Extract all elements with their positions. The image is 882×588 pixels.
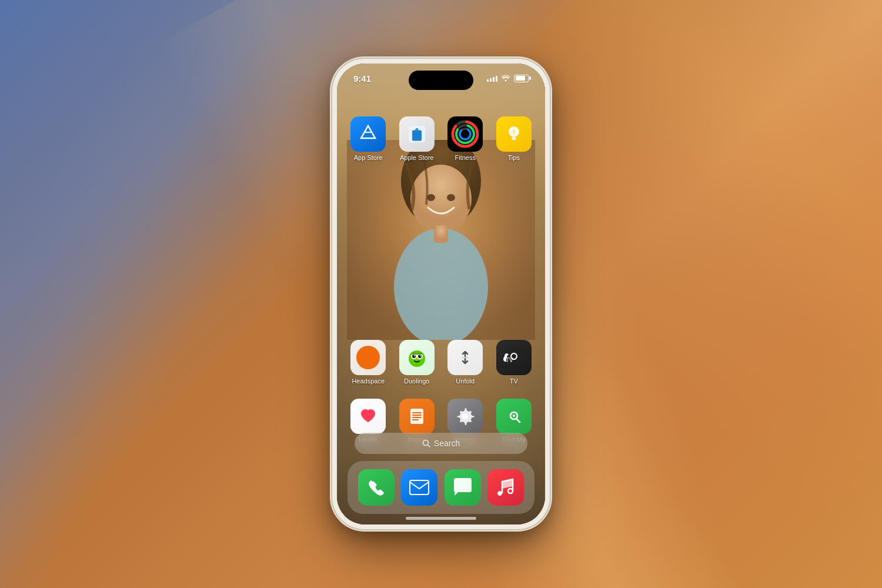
dock-item-music[interactable] [485,469,528,506]
svg-rect-39 [410,480,429,495]
app-label-applestore: Apple Store [400,154,433,161]
app-icon-appstore [350,116,386,152]
dock-icon-mail [401,469,437,506]
battery-fill [516,76,525,81]
svg-rect-6 [434,225,448,243]
wifi-icon [501,74,510,83]
svg-rect-17 [512,139,516,140]
dock-icon-phone [358,469,395,506]
app-icon-findmy [496,399,532,434]
app-icon-appletv: TV [496,340,532,375]
svg-text:TV: TV [506,357,513,363]
app-item-duolingo[interactable]: Duolingo [396,340,438,385]
signal-bar-3 [493,77,495,82]
app-label-tips: Tips [508,154,520,161]
svg-rect-29 [410,409,423,424]
signal-bar-4 [496,76,497,82]
dock [348,461,534,514]
dock-item-phone[interactable] [355,469,398,506]
dock-item-mail[interactable] [398,469,442,506]
phone-frame: 9:41 [332,59,550,529]
app-item-appstore[interactable]: App Store [348,116,389,161]
svg-point-23 [412,355,416,358]
phone-screen: 9:41 [337,64,545,524]
app-label-unfold: Unfold [456,377,475,385]
app-item-fitness[interactable]: Fitness [445,116,486,161]
svg-point-36 [513,415,515,417]
app-item-applestore[interactable]: Apple Store [396,116,438,161]
app-icon-headspace [350,340,386,375]
app-icon-unfold [447,340,483,375]
search-bar[interactable]: Search [355,433,527,454]
svg-point-4 [447,194,455,201]
app-icon-tips [496,116,532,152]
top-app-grid: App Store Apple Store [337,116,545,161]
dock-item-messages[interactable] [441,469,485,506]
svg-point-24 [418,355,422,358]
svg-rect-16 [512,137,516,139]
app-icon-fitness [447,116,483,152]
dynamic-island [409,71,473,90]
app-label-duolingo: Duolingo [404,377,429,385]
signal-bar-1 [487,79,489,82]
app-icon-applestore [399,116,435,152]
signal-bar-2 [490,78,492,82]
app-icon-duolingo [399,340,435,375]
app-icon-settings [447,399,483,434]
person-silhouette [347,140,535,340]
app-label-appletv: TV [510,377,518,385]
app-label-appstore: App Store [354,154,383,161]
status-time: 9:41 [353,74,371,83]
search-icon [422,439,430,447]
search-label: Search [434,439,460,448]
middle-app-grid: Headspace [337,340,545,385]
svg-point-25 [414,355,415,356]
svg-line-38 [427,445,430,447]
svg-point-2 [410,165,472,233]
home-indicator [406,517,476,520]
app-item-appletv[interactable]: TV TV [493,340,535,385]
dock-icon-messages [445,469,481,506]
svg-point-26 [420,355,421,356]
battery-icon [514,75,529,82]
status-icons [487,74,529,83]
svg-point-14 [460,129,470,139]
app-icon-pages [399,399,435,434]
app-item-unfold[interactable]: Unfold [445,340,486,385]
phone-container: 9:41 [332,59,550,529]
dock-icon-music [487,469,524,506]
app-label-headspace: Headspace [352,377,385,385]
app-item-tips[interactable]: Tips [493,116,535,161]
signal-icon [487,75,497,82]
app-label-fitness: Fitness [455,154,476,161]
app-icon-health [350,399,386,434]
app-item-headspace[interactable]: Headspace [348,340,389,385]
